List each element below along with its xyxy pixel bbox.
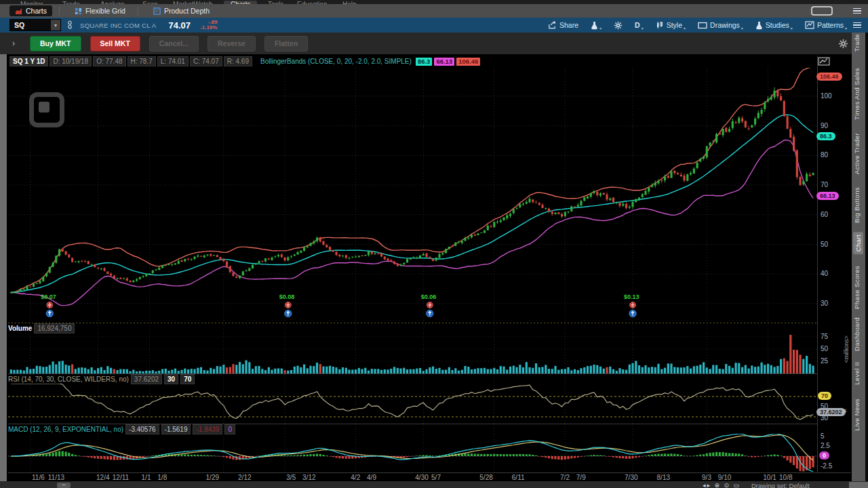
- tab-bar-menu-icon[interactable]: [853, 7, 861, 16]
- link-chain-icon[interactable]: [66, 20, 73, 30]
- macd-line: [11, 434, 813, 472]
- sidebar-item-active-trader[interactable]: Active Trader: [853, 133, 861, 174]
- date-tick: 7/9: [576, 474, 586, 481]
- date-tick: 8/13: [657, 474, 670, 481]
- tab-charts[interactable]: Charts: [9, 5, 52, 16]
- buy-mkt-button[interactable]: Buy MKT: [30, 36, 81, 52]
- volume-pane-header: Volume 16,924,750: [8, 323, 75, 333]
- studies-flask-icon: [755, 21, 763, 30]
- volume-bars: [10, 335, 814, 373]
- bollinger-upper-band: [11, 67, 813, 293]
- flatten-button[interactable]: Flatten: [264, 36, 308, 52]
- settings-button[interactable]: [608, 18, 629, 33]
- bollinger-study-label[interactable]: BollingerBands (CLOSE, 0, 20, -2.0, 2.0,…: [258, 57, 414, 66]
- earnings-amount: $0.07: [41, 293, 56, 300]
- event-markers[interactable]: [46, 302, 636, 317]
- thinkorswim-window: MonitorTradeAnalyzeScanMarketWatchCharts…: [0, 0, 868, 488]
- dividend-marker-icon: [427, 302, 433, 308]
- analysis-flask-button[interactable]: ▾: [585, 18, 608, 33]
- order-entry-bar: › Buy MKT Sell MKT Cancel... Reverse Fla…: [0, 33, 852, 54]
- date-tick: 10/1: [763, 474, 776, 481]
- date-tick: 1/8: [157, 474, 167, 481]
- share-button[interactable]: Share: [542, 18, 585, 33]
- drawing-set-label[interactable]: Drawing set: Default: [751, 482, 810, 488]
- style-label: Style: [667, 21, 682, 29]
- bottom-toolbar-icons[interactable]: ◂▸ ⊕ ⊙ ▭: [703, 482, 741, 488]
- company-name: SQUARE INC COM CL A: [80, 22, 157, 29]
- price-tick-60: 60: [821, 211, 828, 218]
- rsi-overbought-bubble: 70: [818, 392, 831, 400]
- earnings-marker-icon: [629, 310, 636, 317]
- patterns-button[interactable]: Patterns▾: [799, 18, 853, 33]
- rsi-overbought-chip: 70: [180, 374, 195, 384]
- sidebar-item-big-buttons[interactable]: Big Buttons: [853, 187, 861, 223]
- volume-axis-unit: <millions>: [843, 336, 850, 363]
- tab-separator: [59, 7, 60, 15]
- date-tick: 12/11: [113, 474, 129, 481]
- tab-product-depth[interactable]: Product Depth: [148, 5, 215, 16]
- timeframe-button[interactable]: D▾: [629, 18, 650, 33]
- timeframe-label: D: [635, 21, 640, 29]
- chart-canvas[interactable]: [0, 0, 868, 488]
- tab-product-depth-label: Product Depth: [164, 7, 210, 15]
- ohlc-field: O: 77.48: [93, 56, 125, 66]
- symbol-value: SQ: [10, 21, 51, 29]
- macd-zero-bubble: 0: [819, 451, 829, 460]
- sidebar-item-level-ii[interactable]: Level II: [853, 362, 861, 385]
- earnings-marker-icon: [427, 310, 433, 317]
- macd-axis-tick: 2.5: [821, 442, 830, 449]
- price-tick-40: 40: [821, 270, 828, 277]
- sidebar-item-chart[interactable]: Chart: [853, 232, 863, 254]
- sidebar-item-phase-scores[interactable]: Phase Scores: [853, 266, 861, 309]
- rsi-label[interactable]: RSI (14, 70, 30, CLOSE, WILDERS, no): [8, 375, 129, 383]
- dividend-marker-icon: [47, 302, 53, 308]
- drawings-label: Drawings: [710, 21, 740, 29]
- window-left-edge: [0, 0, 7, 488]
- sidebar-item-times-and-sales[interactable]: Times And Sales: [853, 68, 861, 120]
- tab-charts-label: Charts: [26, 7, 47, 15]
- volume-axis-tick: 25: [821, 357, 828, 365]
- tab-flexible-grid-label: Flexible Grid: [85, 7, 125, 15]
- bollinger-lower-band: [11, 140, 813, 306]
- candles-layer: [10, 87, 814, 293]
- drawings-button[interactable]: Drawings▾: [692, 18, 749, 33]
- sidebar-item-dashboard[interactable]: Dashboard: [853, 317, 861, 351]
- toolbar-menu-icon[interactable]: [853, 21, 861, 30]
- expand-arrow[interactable]: ›: [12, 39, 15, 48]
- date-tick: 1/1: [142, 474, 151, 481]
- earnings-marker-icon: [285, 310, 292, 317]
- tab-flexible-grid[interactable]: Flexible Grid: [69, 5, 131, 16]
- date-tick: 4/9: [367, 474, 376, 481]
- sidebar-item-trade[interactable]: Trade: [853, 34, 861, 52]
- date-tick: 9/10: [718, 474, 731, 481]
- sidebar-item-live-news[interactable]: Live News: [853, 399, 861, 430]
- studies-label: Studies: [766, 21, 789, 29]
- date-tick: 12/4: [96, 474, 109, 481]
- macd-label[interactable]: MACD (12, 26, 9, EXPONENTIAL, no): [8, 426, 123, 433]
- macd-axis-tick: 5: [821, 432, 825, 440]
- change-percent: -1.19%: [200, 25, 217, 30]
- gear-icon: [614, 21, 623, 30]
- rsi-oversold-chip: 30: [164, 374, 178, 384]
- horizontal-scrollbar[interactable]: [849, 482, 868, 488]
- macd-pane-header: MACD (12, 26, 9, EXPONENTIAL, no) -3.405…: [8, 424, 235, 434]
- chart-pane-icon[interactable]: [818, 57, 830, 66]
- sell-mkt-button[interactable]: Sell MKT: [90, 36, 140, 52]
- sidebar-collapse-icon[interactable]: «: [843, 407, 847, 414]
- cancel-button[interactable]: Cancel...: [149, 36, 199, 52]
- symbol-dropdown-caret[interactable]: ▼: [51, 20, 60, 30]
- macd-hist-value: -1.8439: [193, 424, 222, 434]
- date-tick: 10/8: [779, 474, 792, 481]
- minimize-chip[interactable]: –: [57, 483, 71, 488]
- style-button[interactable]: Style▾: [650, 18, 692, 33]
- volume-value: 16,924,750: [34, 323, 75, 333]
- price-tick-70: 70: [821, 181, 828, 188]
- symbol-input[interactable]: SQ ▼: [9, 19, 61, 31]
- price-tick-50: 50: [821, 241, 828, 248]
- studies-button[interactable]: Studies▾: [749, 18, 799, 33]
- chart-settings-gear-icon[interactable]: [838, 39, 848, 49]
- rsi-value-bubble: 37.6202: [816, 408, 846, 416]
- reverse-button[interactable]: Reverse: [208, 36, 256, 52]
- price-tick-80: 80: [821, 151, 828, 159]
- window-layout-icon[interactable]: [811, 5, 834, 16]
